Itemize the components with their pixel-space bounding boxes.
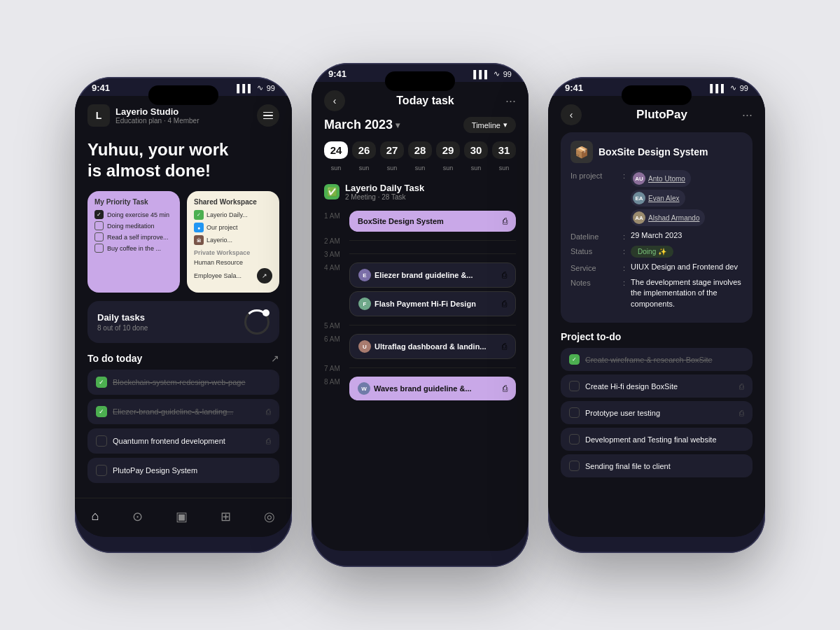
status-time-right: 9:41: [565, 83, 583, 93]
dynamic-island-left: [148, 85, 218, 105]
private-item-1: Employee Sala... ↗: [194, 268, 272, 284]
info-val-dateline: 29 March 2023: [631, 231, 743, 239]
day-num-1: 26: [352, 141, 376, 159]
bottom-nav-left: ⌂ ⊙ ▣ ⊞ ◎: [75, 498, 292, 537]
nav-tasks[interactable]: ▣: [176, 509, 188, 524]
shared-text-1: Our project: [206, 224, 238, 231]
menu-button[interactable]: [257, 104, 279, 127]
time-label-3am: 3 AM: [324, 249, 344, 258]
todo-item-3[interactable]: PlutoPay Design System: [88, 458, 279, 483]
day-chip-1[interactable]: 26 sun: [352, 141, 376, 173]
shared-item-1: ● Our project: [194, 223, 272, 232]
time-label-2am: 2 AM: [324, 236, 344, 245]
ptodo-check-1[interactable]: [569, 381, 580, 391]
day-chip-3[interactable]: 28 sun: [408, 141, 432, 173]
status-icons-right: ▌▌▌ ∿ 99: [710, 83, 748, 92]
month-row: March 2023 ▾ Timeline ▾: [324, 117, 516, 133]
task-section-meta: 2 Meeting · 28 Task: [345, 193, 424, 201]
todo-arrow-icon[interactable]: ↗: [271, 353, 279, 364]
status-time-left: 9:41: [92, 83, 110, 93]
task-check-2[interactable]: [94, 232, 104, 241]
members-row: AU Anto Utomo EA Evan Alex AA Alshad Arm…: [631, 170, 743, 226]
time-line-3am: [349, 253, 516, 254]
day-chip-2[interactable]: 27 sun: [380, 141, 404, 173]
ptodo-file-1: ⎙: [739, 382, 744, 391]
day-chip-6[interactable]: 31 sun: [492, 141, 516, 173]
ptodo-check-4[interactable]: [569, 461, 580, 471]
todo-check-0[interactable]: ✓: [96, 377, 107, 388]
slot-6am: 6 AM U Ultraflag dashboard & landin... ⎙: [324, 334, 516, 359]
time-card-flash[interactable]: F Flash Payment Hi-Fi Design ⎙: [349, 291, 516, 316]
info-colon-dateline: :: [623, 231, 625, 241]
time-card-ultraflag[interactable]: U Ultraflag dashboard & landin... ⎙: [349, 334, 516, 359]
time-line-7am: [349, 368, 516, 368]
daily-tasks-ring: [244, 309, 270, 335]
back-button-right[interactable]: ‹: [561, 104, 582, 125]
time-card-eliezer[interactable]: E Eliezer brand guideline &... ⎙: [349, 262, 516, 288]
ptodo-item-2[interactable]: Prototype user testing ⎙: [561, 401, 752, 424]
day-chip-4[interactable]: 29 sun: [436, 141, 460, 173]
ptodo-check-0[interactable]: ✓: [569, 354, 580, 365]
ptodo-label-1: Create Hi-fi design BoxSite: [585, 382, 734, 391]
month-arrow-icon[interactable]: ▾: [396, 120, 400, 130]
screen-left: L Layerio Studio Education plan · 4 Memb…: [75, 96, 292, 537]
file-icon-eliezer: ⎙: [502, 270, 507, 280]
info-key-notes: Notes: [570, 277, 623, 287]
nav-profile[interactable]: ◎: [264, 509, 275, 524]
info-key-service: Service: [570, 262, 623, 272]
nav-calendar[interactable]: ⊞: [220, 509, 231, 524]
todo-item-2[interactable]: Quantumn frontend development ⎙: [88, 428, 279, 454]
todo-check-2[interactable]: [96, 435, 107, 447]
phone-right: 9:41 ▌▌▌ ∿ 99 ‹ PlutoPay ··· 📦 BoxSite D…: [548, 77, 765, 553]
slot-4am: 4 AM E Eliezer brand guideline &... ⎙ F: [324, 262, 516, 316]
daily-tasks-sub: 8 out of 10 done: [97, 324, 148, 332]
more-icon-right[interactable]: ···: [742, 108, 752, 122]
ptodo-item-4[interactable]: Sending final file to client: [561, 454, 752, 477]
time-line-5am: [349, 325, 516, 326]
day-label-1: sun: [359, 164, 370, 172]
screen-right: ‹ PlutoPay ··· 📦 BoxSite Design System I…: [548, 96, 765, 537]
nav-search[interactable]: ⊙: [132, 509, 143, 524]
signal-icon-left: ▌▌▌: [237, 84, 253, 92]
file-icon-flash: ⎙: [502, 299, 507, 309]
time-card-label-flash: F Flash Payment Hi-Fi Design: [358, 298, 476, 310]
task-check-1[interactable]: [94, 221, 104, 230]
day-chip-5[interactable]: 30 sun: [464, 141, 488, 173]
brand-sub: Education plan · 4 Member: [115, 117, 200, 125]
task-text-2: Read a self improve...: [107, 234, 169, 241]
ptodo-item-3[interactable]: Development and Testing final website: [561, 428, 752, 451]
status-chip-text: Doing ✨: [638, 248, 666, 255]
todo-section-header: To do today ↗: [88, 353, 279, 364]
more-icon-mid[interactable]: ···: [505, 94, 516, 108]
back-button-mid[interactable]: ‹: [324, 90, 345, 111]
day-num-0: 24: [324, 141, 348, 159]
wifi-icon-mid: ∿: [493, 69, 500, 78]
ptodo-check-3[interactable]: [569, 434, 580, 444]
brand-icon: L: [88, 104, 110, 127]
private-text-1: Employee Sala...: [194, 272, 241, 279]
nav-home[interactable]: ⌂: [92, 509, 99, 524]
ptodo-check-2[interactable]: [569, 407, 580, 418]
file-icon-boxsite: ⎙: [503, 216, 507, 226]
task-check-0[interactable]: ✓: [94, 210, 104, 219]
info-val-notes: The development stage involves the imple…: [631, 277, 743, 309]
ptodo-item-0[interactable]: ✓ Create wireframe & research BoxSite: [561, 348, 752, 371]
slot-2am: 2 AM: [324, 236, 516, 245]
todo-check-1[interactable]: ✓: [96, 406, 107, 417]
shared-title: Shared Workspace: [194, 198, 272, 206]
todo-check-3[interactable]: [96, 465, 107, 476]
time-card-boxsite[interactable]: BoxSite Design System ⎙: [349, 211, 516, 232]
screen-mid: ‹ Today task ··· March 2023 ▾ Timeline ▾: [312, 82, 528, 551]
ptodo-item-1[interactable]: Create Hi-fi design BoxSite ⎙: [561, 374, 752, 398]
slot-content-8am: W Waves brand guideline &... ⎙: [349, 377, 516, 400]
timeline-button[interactable]: Timeline ▾: [463, 117, 516, 133]
priority-card: My Priority Task ✓ Doing exercise 45 min…: [88, 191, 180, 293]
task-check-3[interactable]: [94, 244, 104, 253]
status-icons-mid: ▌▌▌ ∿ 99: [473, 69, 512, 78]
todo-item-0[interactable]: ✓ Blockchain-system-redesign-web-page: [88, 370, 279, 395]
arrow-button-shared[interactable]: ↗: [257, 268, 272, 284]
day-chip-0[interactable]: 24 sun: [324, 141, 348, 173]
time-card-waves[interactable]: W Waves brand guideline &... ⎙: [349, 377, 516, 400]
task-item-3: Buy coffee in the ...: [94, 244, 173, 253]
todo-item-1[interactable]: ✓ Eliezer-brand-guideline-&-landing... ⎙: [88, 399, 279, 424]
